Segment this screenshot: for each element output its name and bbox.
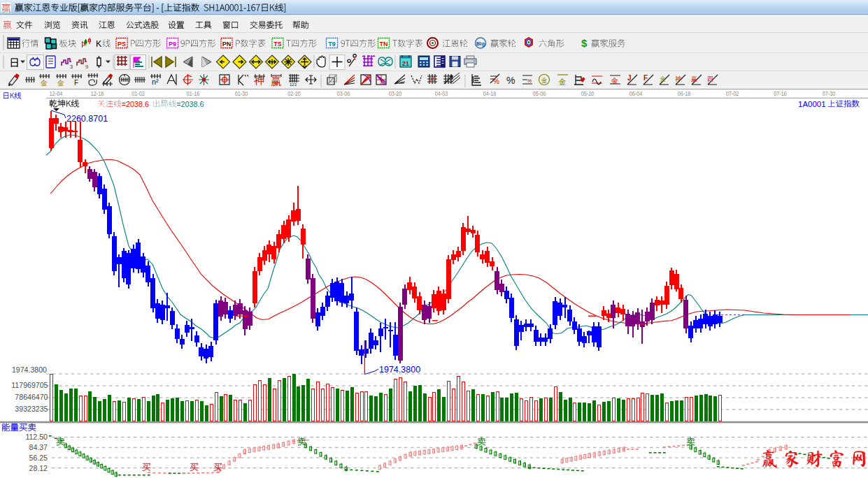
svg-text:1A0001: 1A0001 xyxy=(798,100,826,108)
svg-text:123: 123 xyxy=(290,82,297,87)
svg-text:07-02: 07-02 xyxy=(726,89,739,97)
svg-text:%: % xyxy=(527,78,532,84)
svg-text:12-04: 12-04 xyxy=(50,89,63,97)
svg-text:K: K xyxy=(96,39,102,49)
svg-text:03-06: 03-06 xyxy=(337,89,350,97)
svg-text:05-20: 05-20 xyxy=(581,89,595,97)
svg-text:04-03: 04-03 xyxy=(435,89,448,97)
svg-text:12-18: 12-18 xyxy=(91,89,104,97)
svg-text:03-20: 03-20 xyxy=(389,89,402,97)
svg-text:TN: TN xyxy=(380,41,388,48)
svg-text:A: A xyxy=(353,57,356,61)
svg-text:PS: PS xyxy=(118,41,126,48)
svg-text:117969705: 117969705 xyxy=(11,381,48,389)
svg-text:05-06: 05-06 xyxy=(533,89,546,97)
svg-text:21: 21 xyxy=(402,60,409,67)
svg-text:金: 金 xyxy=(57,79,64,87)
svg-text:赢: 赢 xyxy=(271,75,281,87)
svg-text:78646470: 78646470 xyxy=(15,393,48,401)
svg-text:金: 金 xyxy=(611,77,618,85)
svg-text:T9: T9 xyxy=(328,41,336,48)
svg-text:02-20: 02-20 xyxy=(287,89,301,97)
svg-text:06-18: 06-18 xyxy=(678,89,691,97)
svg-text:39323235: 39323235 xyxy=(15,405,48,413)
svg-text:四: 四 xyxy=(707,75,713,82)
svg-text:J: J xyxy=(627,74,632,82)
svg-text:n²: n² xyxy=(152,78,159,86)
svg-text:04-18: 04-18 xyxy=(483,89,497,97)
svg-text:3: 3 xyxy=(70,64,73,70)
svg-text:Big: Big xyxy=(476,41,485,47)
svg-text:07-30: 07-30 xyxy=(823,89,836,97)
svg-text:金: 金 xyxy=(40,79,48,87)
svg-text:TS: TS xyxy=(273,41,282,48)
svg-text:01-30: 01-30 xyxy=(235,89,248,97)
svg-text:112.50: 112.50 xyxy=(25,433,48,441)
svg-text:金: 金 xyxy=(660,75,666,82)
svg-text:1974.3800: 1974.3800 xyxy=(379,365,420,375)
svg-text:07-16: 07-16 xyxy=(774,89,787,97)
svg-text:赢: 赢 xyxy=(691,75,697,82)
svg-text:%: % xyxy=(506,75,515,86)
svg-text:PN: PN xyxy=(222,41,232,48)
svg-text:9: 9 xyxy=(85,64,88,70)
svg-text:01-16: 01-16 xyxy=(187,89,200,97)
svg-text:$: $ xyxy=(581,37,588,49)
svg-text:金: 金 xyxy=(541,77,548,84)
svg-text:%: % xyxy=(493,78,499,85)
svg-text:F: F xyxy=(74,79,78,87)
svg-text:56.25: 56.25 xyxy=(29,454,48,462)
svg-text:=2038.6: =2038.6 xyxy=(122,100,149,108)
svg-text:84.37: 84.37 xyxy=(29,443,48,451)
svg-text:1974.3800: 1974.3800 xyxy=(12,365,47,374)
svg-text:28.12: 28.12 xyxy=(29,464,48,472)
svg-text:金: 金 xyxy=(559,78,567,86)
svg-text:2260.8701: 2260.8701 xyxy=(66,114,108,124)
svg-text:神: 神 xyxy=(675,75,681,82)
svg-text:F: F xyxy=(643,74,648,82)
svg-text:P9: P9 xyxy=(169,41,176,48)
svg-text:=2038.6: =2038.6 xyxy=(176,100,204,108)
svg-text:06-04: 06-04 xyxy=(629,89,643,97)
svg-text:01-02: 01-02 xyxy=(131,89,145,97)
